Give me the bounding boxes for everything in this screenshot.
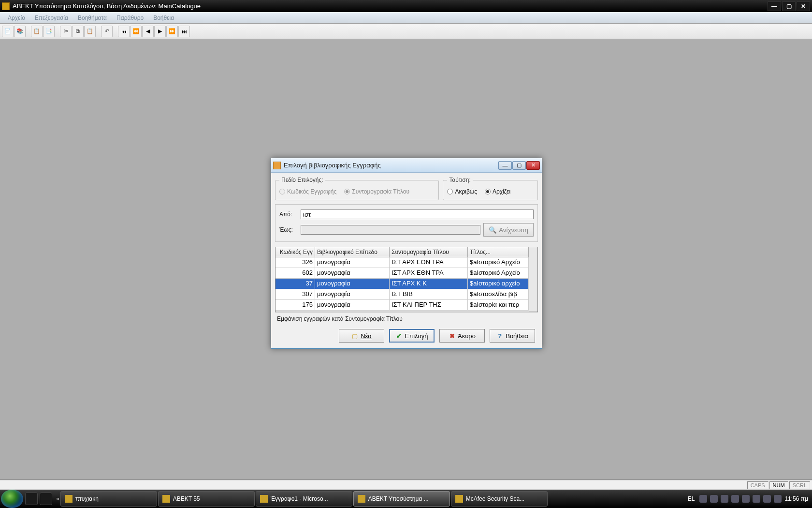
maximize-button[interactable]: ▢ — [782, 1, 796, 11]
tray-icon[interactable] — [699, 495, 707, 503]
num-indicator: NUM — [769, 481, 788, 489]
table-row[interactable]: 37μονογραφίαΙΣΤ ΑΡΧ Κ Κ$aΙστορικό αρχείο — [276, 279, 529, 289]
tray-icon[interactable] — [721, 495, 728, 503]
taskbar-item[interactable]: McAfee Security Sca... — [451, 491, 548, 507]
search-icon: 🔍 — [489, 226, 497, 234]
toolbar-undo[interactable]: ↶ — [101, 26, 113, 37]
select-button[interactable]: ✔ Επιλογή — [389, 329, 435, 343]
cell-title: $aΙστορικό αρχείο — [468, 279, 529, 289]
start-button[interactable] — [1, 490, 23, 508]
volume-icon[interactable] — [774, 495, 782, 503]
table-row[interactable]: 602μονογραφίαΙΣΤ ΑΡΧ ΕΘΝ ΤΡΑ$aΙστορικό Α… — [276, 268, 529, 279]
dialog-minimize-button[interactable]: — — [498, 161, 512, 170]
table-header: Κωδικός Εγγ Βιβλιογραφικό Επίπεδο Συντομ… — [276, 247, 529, 257]
cell-title: $aΙστορικό Αρχείο — [468, 257, 529, 268]
cell-level: μονογραφία — [315, 289, 390, 299]
cell-abbr: ΙΣΤ ΚΑΙ ΠΕΡ ΤΗΣ — [390, 300, 468, 310]
task-label: πτυχιακη — [75, 495, 99, 502]
radio-exact[interactable]: Ακριβώς — [447, 188, 477, 195]
col-code[interactable]: Κωδικός Εγγ — [276, 247, 315, 257]
toolbar-last[interactable]: ⏭ — [178, 26, 190, 37]
toolbar-next-page[interactable]: ⏩ — [166, 26, 178, 37]
quicklaunch-2[interactable] — [40, 493, 52, 505]
toolbar-btn-1[interactable]: 📄 — [2, 26, 14, 37]
main-status-bar: CAPS NUM SCRL — [0, 480, 812, 490]
taskbar-item[interactable]: Έγγραφο1 - Microso... — [256, 491, 352, 507]
help-button[interactable]: ? Βοήθεια — [490, 329, 535, 343]
quicklaunch-1[interactable] — [25, 493, 38, 505]
cancel-button[interactable]: ✖ Άκυρο — [439, 329, 485, 343]
cell-code: 307 — [276, 289, 315, 299]
selection-field-group: Πεδίο Επιλογής: Κωδικός Εγγραφής Συντομο… — [275, 177, 439, 200]
cell-abbr: ΙΣΤ ΑΡΧ ΕΘΝ ΤΡΑ — [390, 268, 468, 278]
col-level[interactable]: Βιβλιογραφικό Επίπεδο — [315, 247, 390, 257]
dialog-title: Επιλογή βιβλιογραφικής Εγγραφής — [284, 162, 498, 169]
toolbar-paste[interactable]: 📋 — [84, 26, 96, 37]
minimize-button[interactable]: — — [768, 1, 781, 11]
menu-edit[interactable]: Επεξεργασία — [30, 13, 73, 23]
toolbar-prev[interactable]: ◀ — [142, 26, 154, 37]
table-row[interactable]: 307μονογραφίαΙΣΤ ΒΙΒ$aΙστοσελίδα βιβ — [276, 289, 529, 300]
tray-icon[interactable] — [731, 495, 739, 503]
toolbar-prev-page[interactable]: ⏪ — [130, 26, 142, 37]
taskbar-item[interactable]: πτυχιακη — [60, 491, 157, 507]
tray-icon[interactable] — [710, 495, 718, 503]
radio-starts[interactable]: Αρχίζει — [485, 188, 510, 195]
question-icon: ? — [496, 332, 503, 339]
language-indicator[interactable]: EL — [686, 494, 697, 503]
dialog-status: Εμφάνιση εγγραφών κατά Συντομογραφία Τίτ… — [275, 312, 538, 325]
menu-file[interactable]: Αρχείο — [3, 13, 30, 23]
to-input — [301, 225, 480, 235]
match-group: Ταύτιση: Ακριβώς Αρχίζει — [443, 177, 538, 200]
dialog-icon — [273, 162, 281, 169]
from-input[interactable] — [301, 209, 534, 219]
cell-level: μονογραφία — [315, 279, 390, 289]
cell-title: $aΙστορικό Αρχείο — [468, 268, 529, 278]
menu-window[interactable]: Παράθυρο — [112, 13, 148, 23]
selection-field-legend: Πεδίο Επιλογής: — [279, 177, 325, 183]
dialog-title-bar[interactable]: Επιλογή βιβλιογραφικής Εγγραφής — ▢ ✕ — [271, 158, 542, 173]
task-icon — [65, 495, 72, 503]
dialog-close-button[interactable]: ✕ — [526, 161, 540, 170]
toolbar-cut[interactable]: ✂ — [60, 26, 72, 37]
x-icon: ✖ — [449, 332, 455, 339]
col-title[interactable]: Τίτλος... — [468, 247, 529, 257]
table-row[interactable]: 326μονογραφίαΙΣΤ ΑΡΧ ΕΘΝ ΤΡΑ$aΙστορικό Α… — [276, 257, 529, 268]
toolbar-first[interactable]: ⏮ — [118, 26, 130, 37]
new-button[interactable]: ▢ Νέα — [339, 329, 384, 343]
results-table: Κωδικός Εγγ Βιβλιογραφικό Επίπεδο Συντομ… — [275, 247, 538, 312]
task-icon — [260, 495, 268, 503]
dialog-maximize-button[interactable]: ▢ — [512, 161, 526, 170]
menu-help[interactable]: Βοήθεια — [148, 13, 179, 23]
radio-title-abbr: Συντομογραφία Τίτλου — [344, 188, 409, 195]
col-abbr[interactable]: Συντομογραφία Τίτλου — [390, 247, 468, 257]
clock[interactable]: 11:56 πμ — [784, 495, 808, 502]
menu-tools[interactable]: Βοηθήματα — [73, 13, 112, 23]
toolbar-btn-4[interactable]: 📑 — [43, 26, 55, 37]
tray-icon[interactable] — [742, 495, 750, 503]
table-scrollbar[interactable] — [529, 247, 537, 312]
table-row[interactable]: 175μονογραφίαΙΣΤ ΚΑΙ ΠΕΡ ΤΗΣ$aΙστορία κα… — [276, 300, 529, 311]
cell-code: 175 — [276, 300, 315, 310]
task-icon — [358, 495, 365, 503]
task-label: McAfee Security Sca... — [466, 495, 524, 502]
toolbar: 📄 📚 📋 📑 ✂ ⧉ 📋 ↶ ⏮ ⏪ ◀ ▶ ⏩ ⏭ — [0, 24, 812, 39]
taskbar-item[interactable]: ΑΒΕΚΤ Υποσύστημα ... — [353, 491, 450, 507]
network-icon[interactable] — [763, 495, 771, 503]
close-button[interactable]: ✕ — [797, 1, 810, 11]
tray-icon[interactable] — [753, 495, 760, 503]
new-icon: ▢ — [351, 332, 358, 339]
toolbar-copy[interactable]: ⧉ — [72, 26, 84, 37]
taskbar-item[interactable]: ABEKT 55 — [158, 491, 255, 507]
toolbar-btn-2[interactable]: 📚 — [14, 26, 26, 37]
to-label: Έως: — [279, 226, 298, 233]
quicklaunch-overflow[interactable]: » — [56, 495, 59, 502]
from-label: Από: — [279, 211, 298, 218]
taskbar: » πτυχιακηABEKT 55Έγγραφο1 - Microso...Α… — [0, 490, 812, 508]
app-icon — [2, 2, 10, 10]
toolbar-btn-3[interactable]: 📋 — [31, 26, 43, 37]
toolbar-next[interactable]: ▶ — [154, 26, 166, 37]
select-record-dialog: Επιλογή βιβλιογραφικής Εγγραφής — ▢ ✕ Πε… — [271, 158, 542, 349]
check-icon: ✔ — [396, 332, 403, 339]
cell-abbr: ΙΣΤ ΑΡΧ Κ Κ — [390, 279, 468, 289]
